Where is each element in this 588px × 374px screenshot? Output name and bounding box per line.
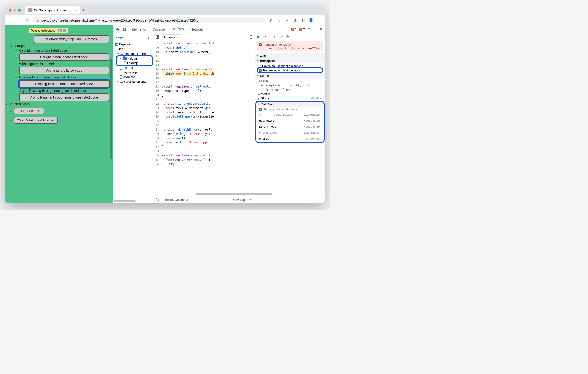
bp-uncaught-row[interactable]: Pause on uncaught exceptions (257, 64, 323, 68)
csp-violation-all-button[interactable]: CSP Violation - All frames (14, 117, 58, 124)
stack-frame[interactable]: errorWrapperlibrary.js:37 (258, 130, 322, 136)
tree-index-file[interactable]: (index) (114, 65, 153, 70)
page-scrollbar[interactable] (110, 59, 112, 159)
css-file-icon (120, 75, 122, 79)
devtools-panel: ◩ Elements Console Sources Network » ✕1 … (113, 25, 325, 203)
resume-icon[interactable]: ▶ (58, 29, 62, 32)
tree-mycode-file[interactable]: mycode.js (114, 70, 153, 75)
page-tab[interactable]: Page (116, 35, 123, 40)
tree-hidden-folder[interactable]: ▼hidden (117, 56, 152, 61)
nav-menu-icon[interactable]: ⋮ (147, 35, 151, 40)
tab-console[interactable]: Console (150, 26, 168, 33)
async-passing-button[interactable]: Async Passing through non ignore listed … (19, 94, 109, 101)
step-icon[interactable]: →• (278, 35, 283, 39)
within-ignore-button[interactable]: Within ignore listed code (19, 67, 109, 74)
devtools-icon[interactable]: ◧ (300, 18, 306, 22)
tabs-dropdown-icon[interactable]: ⌄ (318, 8, 321, 12)
stack-frame[interactable]: ▸throwExceptionlibrary.js:15 (258, 112, 322, 118)
tab-network[interactable]: Network (188, 26, 206, 33)
forward-icon: → (16, 18, 22, 23)
tree-domain[interactable]: ▼☁devtools-ignore (114, 51, 153, 56)
cloud-icon: ☁ (120, 80, 123, 84)
scope-panel[interactable]: ▼Scope (255, 73, 325, 78)
nav-more-icon[interactable]: » (142, 35, 147, 40)
profile-icon[interactable]: 👤 (308, 18, 314, 23)
close-tab-icon[interactable]: × (74, 8, 76, 12)
new-tab-icon[interactable]: + (82, 8, 85, 13)
stack-frame[interactable]: (anonymous)mycode.js:89 (258, 124, 322, 130)
close-devtools-icon[interactable]: ✕ (319, 27, 323, 32)
tree-library-file[interactable]: library.js (117, 61, 152, 65)
back-icon[interactable]: ← (8, 18, 14, 23)
step-over-icon[interactable]: ⤻ (263, 34, 266, 39)
step-into-icon[interactable]: ↓ (269, 35, 271, 39)
passing-through-button[interactable]: Passing through non ignore listed code (19, 80, 109, 88)
passing-through-label: Passing through non ignore listed code (19, 75, 77, 79)
close-file-icon[interactable]: × (177, 35, 179, 39)
snippets-icon[interactable] (156, 35, 159, 39)
checkbox-unchecked[interactable] (258, 64, 261, 68)
chevron-down-icon: ▼ (117, 52, 119, 55)
menu-icon[interactable]: ⋮ (316, 18, 322, 22)
device-toggle-icon[interactable] (123, 28, 126, 31)
scope-local[interactable]: ▼ Local (257, 79, 323, 83)
cursor-position: Line 15, Column 3 (163, 198, 188, 202)
step-out-icon[interactable]: ↑ (274, 35, 276, 39)
settings-icon[interactable]: ⚙ (307, 27, 311, 32)
scope-module[interactable]: ▶ Module (257, 92, 323, 96)
editor-tab-library[interactable]: library.js× (162, 34, 181, 40)
resume-icon[interactable]: ▶ (257, 34, 260, 39)
scope-exception[interactable]: ▶ Exception: Error: Why did t (257, 83, 323, 87)
deactivate-breakpoints-icon[interactable]: ⊘ (286, 34, 289, 39)
show-ignore-frames[interactable]: ✓Show ignore-listed frames (258, 107, 322, 112)
nav-scrollbar[interactable] (114, 200, 136, 202)
warning-count[interactable]: !2 (299, 28, 305, 31)
checkbox-checked[interactable]: ✓ (259, 69, 262, 72)
paused-message: ✕Paused on exception Error: Why did this… (257, 41, 323, 51)
tab-sources[interactable]: Sources (169, 26, 187, 33)
bp-caught-row[interactable]: ✓Pause on caught exceptions (258, 68, 322, 73)
close-window[interactable] (9, 9, 11, 12)
deployed-icon (115, 43, 118, 46)
bookmark-icon[interactable]: ☆ (276, 18, 282, 22)
error-count[interactable]: ✕1 (291, 28, 297, 31)
breakpoints-panel[interactable]: ▼Breakpoints (255, 58, 325, 63)
code-area[interactable]: 8910111213141516171819202122232425262728… (153, 41, 255, 197)
minimize-window[interactable] (13, 9, 16, 12)
watch-panel[interactable]: ▶Watch (255, 53, 325, 58)
tree-deployed[interactable]: Deployed (114, 42, 153, 47)
stack-frame[interactable]: onclick(index):83 (258, 136, 322, 142)
caught-header: Caught: (15, 44, 27, 48)
share-icon[interactable]: ⇪ (268, 18, 273, 22)
reload-icon[interactable]: ⟳ (24, 18, 30, 23)
paused-overlay: Paused in debugger ▶ ⤵ (29, 28, 68, 33)
cloud-icon: ☁ (120, 52, 124, 55)
extensions-icon[interactable]: ✦ (284, 18, 290, 22)
wasm-trap-button[interactable]: WebAssembly trap - no JS frames (34, 35, 109, 43)
checkbox-checked[interactable]: ✓ (259, 108, 262, 111)
maximize-window[interactable] (18, 9, 21, 12)
step-icon[interactable]: ⤵ (63, 29, 66, 32)
labs-icon[interactable]: ⚗ (292, 18, 298, 22)
address-bar[interactable]: 🔒 devtools-ignore-list-stories.glitch.me… (32, 17, 265, 23)
scope-global[interactable]: ▶ GlobalWindow (257, 96, 323, 101)
inspect-icon[interactable]: ◩ (115, 26, 121, 33)
scope-this: this: undefined (257, 87, 323, 92)
favicon (28, 8, 32, 12)
tree-style-file[interactable]: style.css (114, 75, 153, 79)
tree-cdn[interactable]: ▶☁cdn.glitch.globa (114, 79, 153, 84)
tab-elements[interactable]: Elements (129, 26, 149, 33)
toggle-sidebar-icon[interactable] (250, 35, 252, 39)
callstack-panel[interactable]: ▼Call Stack (256, 102, 324, 107)
caught-non-ignore-button[interactable]: Caught in non ignore listed code (19, 53, 109, 61)
folder-icon (123, 57, 127, 60)
devtools-menu-icon[interactable]: ⋮ (313, 27, 317, 32)
csp-violation-button[interactable]: CSP Violation (14, 108, 44, 114)
browser-tab[interactable]: DevTools ignore list stories × (25, 6, 80, 14)
coverage-status: Coverage: n/a (233, 198, 253, 202)
more-tabs-icon[interactable]: » (207, 27, 211, 32)
stack-frame[interactable]: doWithErrormycode.js:18 (258, 118, 322, 124)
editor-scrollbar[interactable] (196, 193, 272, 195)
pretty-print-icon[interactable]: { } (156, 198, 159, 202)
tree-top[interactable]: top (114, 47, 153, 51)
